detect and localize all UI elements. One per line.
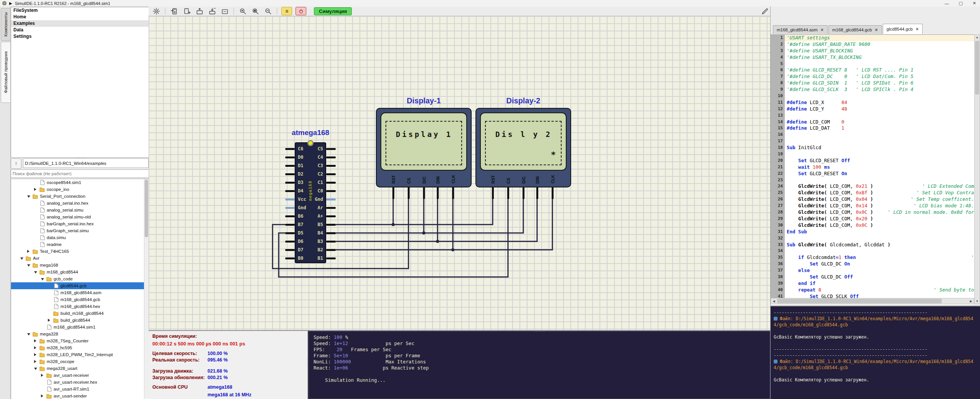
chip-body[interactable] [295, 142, 326, 263]
tree-item-analog_serial.simu-old[interactable]: analog_serial.simu-old [11, 213, 149, 220]
expand-arrow-icon[interactable] [34, 360, 36, 363]
chip-pin-D1[interactable] [285, 165, 295, 167]
chip-pin-D2[interactable] [285, 173, 295, 175]
tree-item-m328_LED_PWM_Tim2_Interrupt[interactable]: m328_LED_PWM_Tim2_Interrupt [11, 351, 149, 358]
tree-item-readme[interactable]: readme [11, 241, 149, 248]
file-new-button[interactable] [182, 7, 191, 15]
collapse-arrow-icon[interactable] [34, 271, 37, 274]
horizontal-scrollbar[interactable]: ◀ ▶ [771, 298, 974, 304]
chip-pin-D0[interactable] [285, 156, 295, 158]
pencil-button[interactable] [760, 7, 769, 15]
chip-pin-B1[interactable] [326, 257, 336, 259]
display-pin-CLK[interactable] [552, 187, 554, 199]
scrollbar-thumb[interactable] [777, 299, 942, 303]
tab-close-icon[interactable]: ✕ [820, 26, 824, 34]
collapse-arrow-icon[interactable] [27, 264, 30, 267]
collapse-arrow-icon[interactable] [34, 368, 37, 370]
expand-arrow-icon[interactable] [34, 346, 36, 349]
display-pin-RST[interactable] [492, 187, 494, 199]
chip-pin-C3[interactable] [326, 165, 336, 167]
collapse-arrow-icon[interactable] [27, 195, 30, 198]
chip-pin-B6[interactable] [285, 215, 295, 217]
chip-pin-B5[interactable] [326, 224, 336, 226]
zoom-out-button[interactable] [263, 7, 273, 15]
chip-pin-B3[interactable] [326, 241, 336, 243]
collapse-arrow-icon[interactable] [20, 257, 23, 260]
scroll-right-arrow[interactable]: ▶ [969, 300, 973, 303]
tree-item-mega168[interactable]: mega168 [11, 262, 149, 269]
up-directory-button[interactable]: ↑ [11, 158, 21, 169]
collapse-arrow-icon[interactable] [27, 333, 30, 335]
scroll-down-arrow[interactable]: ▼ [975, 300, 980, 303]
places-item-data[interactable]: Data [11, 27, 149, 33]
scroll-left-arrow[interactable]: ◀ [771, 300, 776, 303]
chip-pin-D4[interactable] [285, 190, 295, 192]
zoom-fit-button[interactable] [251, 7, 260, 15]
chip-pin-D7[interactable] [285, 249, 295, 251]
display-pin-RST[interactable] [392, 187, 394, 199]
tab-close-icon[interactable]: ✕ [875, 26, 878, 34]
path-input[interactable] [23, 158, 149, 168]
maximize-button[interactable]: ▢ [959, 1, 962, 6]
compiler-console[interactable]: ----------------------------------------… [771, 306, 980, 399]
pause-button[interactable] [281, 7, 292, 15]
chip-pin-Gnd[interactable] [285, 207, 295, 209]
places-item-filesystem[interactable]: FileSystem [11, 7, 149, 14]
editor-tab-m168_glcd8544.asm[interactable]: m168_glcd8544.asm✕ [773, 25, 828, 34]
chip-pin-C0[interactable] [326, 190, 336, 192]
tree-item-Test_74HC165[interactable]: Test_74HC165 [11, 248, 149, 255]
display-pin-DIN[interactable] [536, 187, 538, 199]
chip-pin-D5[interactable] [285, 232, 295, 234]
side-tab-file-explorer[interactable]: Файловый проводник [1, 42, 10, 103]
display-pin-CS[interactable] [507, 187, 509, 199]
places-item-home[interactable]: Home [11, 14, 149, 20]
tree-item-Avr[interactable]: Avr [11, 255, 149, 262]
tree-item-avr_usart-sender[interactable]: avr_usart-sender [11, 392, 149, 399]
tree-item-m168_glcd8544.hex[interactable]: m168_glcd8544.hex [11, 303, 149, 310]
chip-pin-C2[interactable] [326, 173, 336, 175]
chip-pin-C5[interactable] [326, 148, 336, 150]
tree-item-m168_glcd8544.gcb[interactable]: m168_glcd8544.gcb [11, 296, 149, 303]
box-save-button[interactable] [207, 7, 217, 15]
chip-pin-B2[interactable] [326, 249, 336, 251]
display-pin-D/C[interactable] [523, 187, 524, 199]
chip-pin-D6[interactable] [285, 241, 295, 243]
display-label[interactable]: Display-2 [506, 96, 541, 105]
scroll-up-arrow[interactable]: ▲ [975, 36, 980, 39]
search-input[interactable] [11, 169, 149, 178]
tree-item-data.simu[interactable]: data.simu [11, 234, 149, 241]
tree-item-gcb_code[interactable]: gcb_code [11, 275, 149, 282]
chip-pin-Gnd[interactable] [326, 199, 336, 200]
tree-item-avr_usart-RT.sim1[interactable]: avr_usart-RT.sim1 [11, 386, 149, 392]
tree-item-m168_glcd8544.sim1[interactable]: m168_glcd8544.sim1 [11, 324, 149, 331]
chip-pin-B0[interactable] [285, 257, 295, 259]
chip-pin-Vcc[interactable] [285, 199, 295, 200]
code-editor[interactable]: 1'USART settings2'#define USART_BAUD_RAT… [771, 34, 974, 305]
chip-pin-B4[interactable] [326, 232, 336, 234]
tree-item-avr_usart-receiver[interactable]: avr_usart-receiver [11, 372, 149, 379]
display-label[interactable]: Display-1 [407, 96, 441, 105]
tree-item-analog_serial.simu[interactable]: analog_serial.simu [11, 207, 149, 213]
scrollbar-thumb[interactable] [975, 41, 979, 94]
vertical-scrollbar[interactable]: ▲ ▼ [974, 34, 980, 304]
chip-pin-D3[interactable] [285, 182, 295, 184]
editor-tab-m168_glcd8544.gcb[interactable]: m168_glcd8544.gcb✕ [828, 25, 882, 34]
expand-arrow-icon[interactable] [48, 319, 50, 322]
display-pin-CLK[interactable] [452, 187, 454, 199]
tree-item-oscope8544.sim1[interactable]: oscope8544.sim1 [11, 179, 149, 186]
tree-item-avr_usart-receiver.hex[interactable]: avr_usart-receiver.hex [11, 379, 149, 386]
power-button[interactable] [296, 7, 306, 15]
circuit-canvas[interactable]: atmega168 mega168C6D0D1D2D3D4VccGndB6B7D… [149, 16, 770, 330]
tree-item-barGraph_serial.ino.hex[interactable]: barGraph_serial.ino.hex [11, 220, 149, 227]
editor-tab-glcd8544.gcb[interactable]: glcd8544.gcb✕ [883, 24, 923, 34]
file-tree-scrollbar[interactable] [144, 179, 149, 399]
tree-item-Serial_Port_connection[interactable]: Serial_Port_connection [11, 193, 149, 200]
tree-item-analog_serial.ino.hex[interactable]: analog_serial.ino.hex [11, 200, 149, 207]
display-pin-CS[interactable] [408, 187, 410, 199]
tab-close-icon[interactable]: ✕ [915, 24, 919, 34]
expand-arrow-icon[interactable] [34, 339, 36, 342]
expand-arrow-icon[interactable] [34, 353, 36, 356]
tree-item-oscope_ino[interactable]: oscope_ino [11, 186, 149, 193]
chip-pin-Ar[interactable] [326, 207, 336, 209]
box-open-button[interactable] [195, 7, 204, 15]
